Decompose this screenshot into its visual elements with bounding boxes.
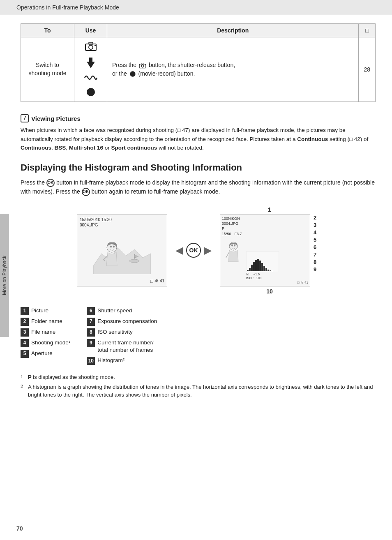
legend-text: Folder name xyxy=(31,318,62,325)
legend-item: 3File name xyxy=(21,328,70,337)
right-folder: 100NIKON xyxy=(222,217,240,221)
side-tab-label: More on Playback xyxy=(2,256,7,295)
legend-item: 9Current frame number/total number of fr… xyxy=(87,339,157,355)
svg-rect-24 xyxy=(253,262,255,271)
inline-camera-icon xyxy=(139,62,146,69)
note-edit-icon: / xyxy=(21,114,29,122)
col-header-ref: □ xyxy=(359,24,376,37)
note-body: When pictures in which a face was recogn… xyxy=(21,126,376,152)
right-image-box: 100NIKON 0004.JPG P 1/250 F3.7 xyxy=(220,215,310,286)
legend-text: ISO sensitivity xyxy=(97,328,133,336)
ok-button-icon-1: OK xyxy=(46,179,55,187)
legend-text: Shooting mode¹ xyxy=(31,339,70,347)
svg-rect-31 xyxy=(267,270,269,271)
legend-text: Exposure compensation xyxy=(97,318,157,325)
svg-point-1 xyxy=(89,45,93,49)
note-title-text: Viewing Pictures xyxy=(31,115,81,122)
viewing-pictures-note: / Viewing Pictures When pictures in whic… xyxy=(21,114,376,152)
svg-rect-2 xyxy=(89,42,93,44)
svg-marker-4 xyxy=(87,58,95,68)
left-frame-total: 41 xyxy=(160,279,164,284)
legend-num: 8 xyxy=(87,328,95,337)
camera-icon xyxy=(85,41,97,53)
table-cell-description: Press the button, the shutter-release bu… xyxy=(107,37,359,102)
section-intro: Press the OK button in full-frame playba… xyxy=(21,178,376,196)
svg-rect-22 xyxy=(249,268,251,271)
svg-rect-26 xyxy=(257,259,259,271)
col-header-to: To xyxy=(21,24,74,37)
desc-or-the: or the xyxy=(112,70,127,77)
desc-end: (movie-record) button. xyxy=(138,70,195,77)
svg-rect-29 xyxy=(263,266,265,271)
main-content: To Use Description □ Switch to shooting … xyxy=(0,15,392,417)
page-header: Operations in Full-frame Playback Mode xyxy=(0,0,392,15)
legend-num: 3 xyxy=(21,328,29,337)
desc-press-the: Press the xyxy=(112,62,136,68)
legend-text: File name xyxy=(31,328,55,336)
legend-text: Picture xyxy=(31,307,48,315)
left-filename: 0004.JPG xyxy=(80,223,164,227)
legend-right-col: 6Shutter speed7Exposure compensation8ISO… xyxy=(87,307,157,365)
right-frame-total: 41 xyxy=(304,281,308,284)
legend-area: 1Picture2Folder name3File name4Shooting … xyxy=(21,307,376,365)
intro-part3: button again to return to full-frame pla… xyxy=(92,188,220,195)
table-cell-to: Switch to shooting mode xyxy=(21,37,74,102)
legend-item: 5Aperture xyxy=(21,350,70,358)
col-header-description: Description xyxy=(107,24,359,37)
legend-text: Aperture xyxy=(31,350,53,358)
legend-num: 1 xyxy=(21,307,29,315)
legend-item: 10Histogram² xyxy=(87,357,157,365)
legend-item: 7Exposure compensation xyxy=(87,318,157,326)
right-mode: P xyxy=(222,226,224,231)
ok-center-button[interactable]: OK xyxy=(186,243,201,258)
legend-num: 9 xyxy=(87,339,95,347)
svg-rect-33 xyxy=(272,271,273,271)
svg-rect-8 xyxy=(141,63,144,65)
legend-item: 1Picture xyxy=(21,307,70,315)
right-ev: +1.0 xyxy=(253,272,260,276)
inline-circle-icon xyxy=(129,71,136,77)
svg-rect-21 xyxy=(247,270,249,271)
header-title: Operations in Full-frame Playback Mode xyxy=(16,4,119,11)
right-image-container: 1 100NIKON 0004.JPG P 1/25 xyxy=(220,206,319,295)
desc-mid: button, the shutter-release button, xyxy=(149,62,235,68)
movie-record-button-icon xyxy=(86,87,96,98)
left-frame-cur: 4/ xyxy=(155,279,158,284)
page-ref: 28 xyxy=(364,66,370,73)
svg-rect-30 xyxy=(265,268,267,271)
legend-num: 10 xyxy=(87,357,95,365)
right-face-sketch xyxy=(222,237,244,264)
to-line2: shooting mode xyxy=(29,70,67,76)
svg-rect-28 xyxy=(261,263,263,271)
col-header-use: Use xyxy=(74,24,107,37)
right-filename: 0004.JPG xyxy=(222,222,238,226)
diagram-area: 15/05/2010 15:30 0004.JPG xyxy=(21,206,376,295)
label-10: 10 xyxy=(220,288,319,295)
right-iso-label: ISO xyxy=(246,276,252,280)
legend-num: 7 xyxy=(87,318,95,326)
left-timestamp: 15/05/2010 15:30 xyxy=(80,217,164,222)
legend-item: 6Shutter speed xyxy=(87,307,157,315)
side-tab: More on Playback xyxy=(0,214,9,337)
legend-item: 8ISO sensitivity xyxy=(87,328,157,337)
page-number: 70 xyxy=(16,525,23,532)
table-cell-use xyxy=(74,37,107,102)
section-heading: Displaying the Histogram and Shooting In… xyxy=(21,162,376,173)
svg-point-5 xyxy=(87,88,95,96)
right-aperture: F3.7 xyxy=(235,232,242,236)
legend-num: 6 xyxy=(87,307,95,315)
right-labels-list: 2 3 4 5 6 7 8 9 xyxy=(314,215,319,286)
legend-left-col: 1Picture2Folder name3File name4Shooting … xyxy=(21,307,70,365)
left-sketch-svg xyxy=(93,233,151,274)
svg-rect-27 xyxy=(259,261,261,271)
footnotes: 1P is displayed as the shooting mode.2A … xyxy=(21,373,376,399)
footnote-item: 1P is displayed as the shooting mode. xyxy=(21,373,376,381)
svg-point-18 xyxy=(231,244,233,246)
to-line1: Switch to xyxy=(36,62,59,68)
ok-button-icon-2: OK xyxy=(82,188,90,196)
svg-point-16 xyxy=(113,246,115,248)
left-image-box: 15/05/2010 15:30 0004.JPG xyxy=(77,215,167,286)
legend-item: 2Folder name xyxy=(21,318,70,326)
intro-part1: Press the xyxy=(21,179,45,186)
movie-mode-icon xyxy=(84,74,98,83)
